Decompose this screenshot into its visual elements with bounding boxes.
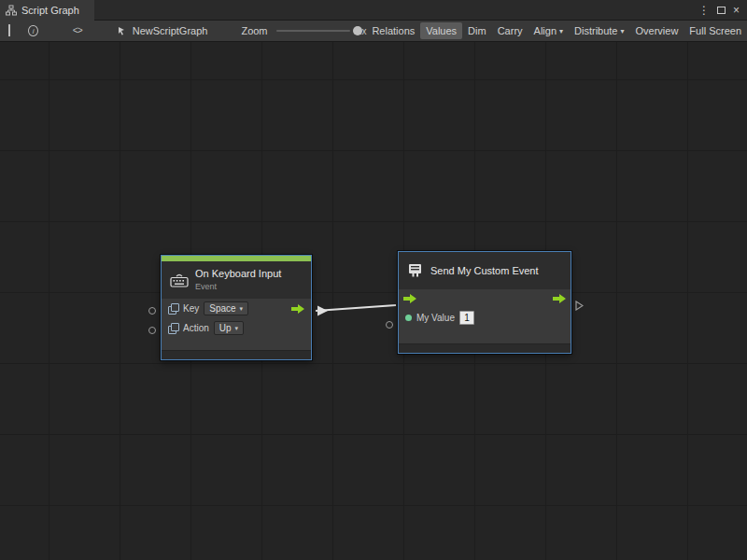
node-subtitle: Event — [195, 282, 281, 292]
key-dropdown[interactable]: Space ▾ — [204, 301, 248, 315]
node-header: On Keyboard Input Event — [162, 261, 311, 299]
distribute-button[interactable]: Distribute ▾ — [569, 22, 629, 39]
key-port-row: Key Space ▾ — [162, 299, 311, 318]
graph-asset[interactable]: NewScriptGraph — [118, 25, 208, 36]
chevron-down-icon: ▾ — [235, 325, 239, 332]
node-footer — [399, 343, 571, 353]
node-title: On Keyboard Input — [195, 268, 281, 280]
action-port-row: Action Up ▾ — [162, 318, 311, 338]
node-send-my-custom-event[interactable]: Send My Custom Event My Value — [398, 251, 571, 354]
overview-button[interactable]: Overview — [630, 22, 684, 39]
graph-asset-icon — [118, 26, 128, 36]
dim-button[interactable]: Dim — [462, 22, 492, 39]
chevron-down-icon: ▾ — [559, 27, 563, 35]
distribute-label: Distribute — [574, 25, 617, 36]
node-title: Send My Custom Event — [430, 265, 539, 277]
my-value-external-port[interactable] — [386, 321, 393, 329]
flow-port-row — [399, 289, 571, 308]
action-external-port[interactable] — [148, 327, 156, 334]
node-header-text: On Keyboard Input Event — [195, 268, 281, 292]
code-icon[interactable]: <> — [73, 26, 82, 36]
close-icon[interactable]: × — [733, 5, 740, 16]
action-port-label: Action — [183, 323, 209, 333]
zoom-slider-handle[interactable] — [353, 26, 362, 35]
toolbar-buttons: Relations Values Dim Carry Align ▾ Distr… — [366, 22, 747, 39]
tab-bar: Script Graph ⋮ × — [0, 0, 747, 21]
tab-strip-empty — [94, 0, 691, 21]
window-controls: ⋮ × — [691, 0, 747, 21]
my-value-label: My Value — [416, 313, 455, 323]
enum-type-icon — [168, 323, 178, 333]
key-dropdown-value: Space — [209, 303, 235, 314]
flow-external-output-port[interactable] — [575, 301, 584, 311]
tab-script-graph[interactable]: Script Graph — [0, 0, 94, 21]
node-body: My Value — [399, 289, 571, 343]
node-on-keyboard-input[interactable]: On Keyboard Input Event Key Space ▾ — [161, 255, 312, 360]
custom-event-icon — [407, 263, 424, 278]
keyboard-icon — [170, 273, 189, 287]
value-input-port[interactable] — [405, 315, 412, 321]
enum-type-icon — [168, 303, 178, 314]
carry-button[interactable]: Carry — [492, 22, 529, 39]
graph-canvas[interactable]: On Keyboard Input Event Key Space ▾ — [0, 42, 747, 560]
align-button[interactable]: Align ▾ — [529, 22, 569, 39]
align-label: Align — [534, 25, 557, 36]
values-button[interactable]: Values — [420, 22, 462, 39]
graph-icon — [6, 5, 17, 16]
flow-input-port[interactable] — [403, 294, 416, 303]
flow-output-port[interactable] — [291, 304, 304, 314]
chevron-down-icon: ▾ — [240, 305, 244, 313]
menu-kebab-icon[interactable]: ⋮ — [698, 5, 710, 16]
relations-button[interactable]: Relations — [366, 22, 420, 39]
my-value-port-row: My Value — [399, 308, 571, 328]
chevron-down-icon: ▾ — [621, 27, 625, 35]
connection-wire — [0, 42, 747, 560]
action-dropdown[interactable]: Up ▾ — [214, 321, 244, 335]
key-external-port[interactable] — [148, 307, 156, 315]
zoom-slider[interactable] — [276, 30, 350, 32]
action-dropdown-value: Up — [219, 323, 232, 333]
tab-title: Script Graph — [21, 5, 79, 16]
key-port-label: Key — [183, 303, 199, 314]
node-footer — [162, 350, 311, 359]
flow-output-port[interactable] — [553, 294, 566, 303]
info-icon[interactable]: i — [28, 25, 37, 36]
zoom-label: Zoom — [241, 25, 267, 36]
node-body: Key Space ▾ Action Up ▾ — [162, 299, 311, 350]
node-header: Send My Custom Event — [399, 252, 571, 289]
script-graph-window: Script Graph ⋮ × i <> NewScriptGraph Zoo… — [0, 0, 747, 560]
graph-toolbar: i <> NewScriptGraph Zoom 1x Relations Va… — [0, 21, 747, 42]
maximize-icon[interactable] — [717, 7, 726, 14]
my-value-field[interactable] — [459, 311, 474, 325]
graph-name: NewScriptGraph — [133, 25, 208, 36]
lock-icon[interactable] — [8, 25, 16, 36]
fullscreen-button[interactable]: Full Screen — [684, 22, 747, 39]
